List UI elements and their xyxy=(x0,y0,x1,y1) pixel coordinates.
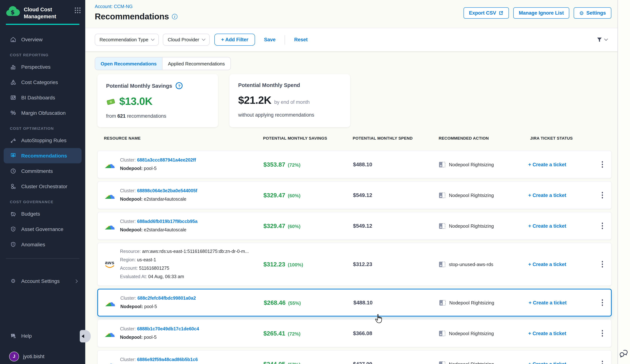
col-recommended-action: RECOMMENDED ACTION xyxy=(436,136,527,140)
sidebar-item-label: Overview xyxy=(21,36,42,42)
sidebar-item-bi-dashboards[interactable]: BI Dashboards xyxy=(0,90,85,105)
create-ticket-button[interactable]: + Create a ticket xyxy=(528,162,594,167)
savings-percent: (100%) xyxy=(288,262,303,267)
recommendations-list: ☁ Cluster: 6881a3ccc887941a4ee202ff Node… xyxy=(97,151,612,364)
spend-value: $427.09 xyxy=(350,361,436,364)
breadcrumb-account-link[interactable]: Account: CCM-NG xyxy=(95,4,132,9)
tab-applied-recommendations[interactable]: Applied Recommendations xyxy=(162,57,230,70)
settings-label: Settings xyxy=(586,10,606,16)
settings-button[interactable]: ⚙ Settings xyxy=(574,7,611,19)
sidebar-item-commitments[interactable]: Commitments xyxy=(0,163,85,179)
save-filter-button[interactable]: Save xyxy=(264,37,276,42)
account-value: 511616801275 xyxy=(139,266,169,271)
sidebar-item-cost-categories[interactable]: Cost Categories xyxy=(0,74,85,90)
table-row[interactable]: ☁ Cluster: 68898c064e3e2ba0e544005f Node… xyxy=(97,181,612,209)
sidebar-item-budgets[interactable]: $ Budgets xyxy=(0,206,85,221)
sidebar-item-recommendations[interactable]: Recommendations xyxy=(4,148,82,163)
sidebar-item-cluster-orchestrator[interactable]: Cluster Orchestrator xyxy=(0,179,85,194)
export-csv-button[interactable]: Export CSV xyxy=(464,7,509,19)
sidebar-item-perspectives[interactable]: Perspectives xyxy=(0,59,85,74)
cluster-link[interactable]: 68898c064e3e2ba0e544005f xyxy=(137,188,198,193)
evaluated-at-value: 04 Aug, 06:33 am xyxy=(148,274,184,279)
sidebar-item-asset-governance[interactable]: $ Asset Governance xyxy=(0,221,85,237)
info-icon[interactable]: i xyxy=(172,14,178,19)
module-header: $ Cloud Cost Management xyxy=(0,0,85,20)
savings-sub-prefix: from xyxy=(106,113,116,119)
rightsizing-icon xyxy=(439,331,445,336)
sidebar-item-label: BI Dashboards xyxy=(21,94,55,100)
row-menu-icon[interactable] xyxy=(600,259,605,270)
piggy-bank-icon: $ xyxy=(10,210,16,217)
question-icon[interactable]: ? xyxy=(176,82,183,89)
savings-amount: $13.0K xyxy=(119,95,152,107)
create-ticket-button[interactable]: + Create a ticket xyxy=(528,261,594,267)
reset-filter-button[interactable]: Reset xyxy=(294,37,308,42)
scrollbar[interactable] xyxy=(618,0,618,364)
gcp-icon: ☁ xyxy=(104,328,115,339)
app-window: $ Cloud Cost Management Overview COST RE… xyxy=(0,0,630,364)
create-ticket-button[interactable]: + Create a ticket xyxy=(528,331,594,336)
sidebar-item-overview[interactable]: Overview xyxy=(0,32,85,47)
gear-icon: ⚙ xyxy=(10,278,16,284)
cluster-label: Cluster: xyxy=(120,219,136,224)
external-link-icon xyxy=(499,10,504,15)
cluster-link[interactable]: 688add6fb019b17f9bccb95a xyxy=(137,219,198,224)
row-menu-icon[interactable] xyxy=(600,159,605,170)
cluster-link[interactable]: 6886e92f59a48cad86b5b1c6 xyxy=(137,357,198,362)
savings-card-subtitle: from 621 recommendations xyxy=(106,113,209,119)
filter-panel-toggle[interactable] xyxy=(596,37,607,43)
sidebar-nav: Overview COST REPORTING Perspectives Cos… xyxy=(0,25,85,252)
create-ticket-button[interactable]: + Create a ticket xyxy=(528,223,594,229)
spend-card-subtitle: without applying recommendations xyxy=(238,112,341,118)
username: jyoti.bisht xyxy=(23,354,44,359)
cluster-link[interactable]: 6881a3ccc887941a4ee202ff xyxy=(137,158,196,163)
sidebar-item-autostopping-rules[interactable]: AutoStopping Rules xyxy=(0,133,85,148)
cluster-label: Cluster: xyxy=(120,188,136,193)
sidebar-item-anomalies[interactable]: Anomalies xyxy=(0,237,85,252)
savings-percent: (60%) xyxy=(288,223,300,229)
app-switcher-icon[interactable] xyxy=(75,7,81,13)
row-menu-icon[interactable] xyxy=(600,359,605,364)
cluster-link[interactable]: 6888b1c70e49db17c1de60c4 xyxy=(137,326,199,332)
spend-value: $488.10 xyxy=(350,162,436,167)
table-row[interactable]: ☁ Cluster: 688add6fb019b17f9bccb95a Node… xyxy=(97,212,612,240)
savings-value: $268.46 xyxy=(264,299,286,306)
action-label: Nodepool Rightsizing xyxy=(449,361,494,364)
nodepool-value: pool-5 xyxy=(144,304,157,309)
table-row-selected[interactable]: ☁ Cluster: 688c2fefc84fbdc99801a0a2 Node… xyxy=(97,289,612,317)
savings-percent: (55%) xyxy=(288,300,301,306)
cloud-provider-label: Cloud Provider xyxy=(168,37,199,42)
manage-ignore-list-button[interactable]: Manage Ignore List xyxy=(513,7,569,19)
section-header-cost-reporting: COST REPORTING xyxy=(0,47,85,59)
tab-open-recommendations[interactable]: Open Recommendations xyxy=(95,57,162,70)
gcp-icon: ☁ xyxy=(104,359,115,364)
recommendation-type-dropdown[interactable]: Recommendation Type xyxy=(95,34,159,46)
chevron-down-icon xyxy=(604,37,608,41)
potential-monthly-savings-card: Potential Monthly Savings ? $13.0K from … xyxy=(97,74,218,127)
sidebar-collapse-handle[interactable] xyxy=(80,330,91,343)
chat-help-icon[interactable] xyxy=(619,349,628,360)
percent-icon: % xyxy=(10,109,16,116)
row-menu-icon[interactable] xyxy=(600,220,605,231)
table-row[interactable]: ☁ Cluster: 6886e92f59a48cad86b5b1c6 Node… xyxy=(97,350,612,364)
cluster-link[interactable]: 688c2fefc84fbdc99801a0a2 xyxy=(138,296,196,301)
sidebar-item-help[interactable]: ? Help xyxy=(0,328,85,344)
create-ticket-button[interactable]: + Create a ticket xyxy=(528,192,594,198)
sidebar-item-label: Margin Obfuscation xyxy=(21,110,66,116)
create-ticket-button[interactable]: + Create a ticket xyxy=(528,361,594,364)
create-ticket-button[interactable]: + Create a ticket xyxy=(528,300,594,305)
col-jira-ticket-status: JIRA TICKET STATUS xyxy=(527,136,593,140)
user-account-row[interactable]: J jyoti.bisht xyxy=(0,349,85,364)
savings-percent: (57%) xyxy=(288,362,300,364)
add-filter-button[interactable]: + Add Filter xyxy=(214,34,255,46)
table-row[interactable]: ☁ Cluster: 6888b1c70e49db17c1de60c4 Node… xyxy=(97,319,612,347)
table-row[interactable]: ☁ Cluster: 6881a3ccc887941a4ee202ff Node… xyxy=(97,151,612,178)
sidebar-item-account-settings[interactable]: ⚙ Account Settings xyxy=(0,273,85,289)
row-menu-icon[interactable] xyxy=(600,328,605,339)
row-menu-icon[interactable] xyxy=(600,297,605,308)
row-menu-icon[interactable] xyxy=(600,190,605,201)
nodepool-label: Nodepool: xyxy=(120,166,143,171)
cloud-provider-dropdown[interactable]: Cloud Provider xyxy=(163,34,210,46)
table-row[interactable]: aws Resource: arn:aws:rds:us-east-1:5116… xyxy=(97,243,612,286)
sidebar-item-margin-obfuscation[interactable]: % Margin Obfuscation xyxy=(0,105,85,120)
